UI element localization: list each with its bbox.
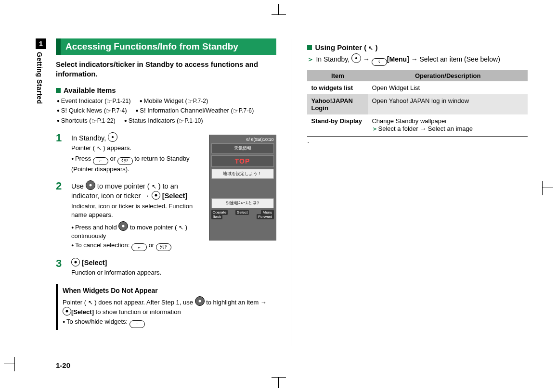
available-items-heading: Available Items — [56, 86, 276, 94]
step-2: 2 Use to move pointer ( ↖ ) to an indica… — [56, 180, 200, 251]
phone-widget-brand: TOP — [211, 155, 274, 167]
center-key-icon — [71, 258, 80, 266]
select-label: [Select] — [71, 308, 94, 316]
step-subtext: Indicator, icon or ticker is selected. F… — [71, 202, 200, 219]
note-title: When Widgets Do Not Appear — [63, 286, 276, 296]
step-note: To cancel selection: ⌐ or ｸﾘｱ — [71, 241, 200, 252]
step-text: In Standby, — [71, 134, 108, 142]
table-row: Yahoo!JAPAN Login Open Yahoo! JAPAN log … — [307, 94, 528, 114]
note-text: to show function or information — [96, 308, 181, 316]
step-subtext: Function or information appears. — [71, 268, 200, 277]
crop-mark — [278, 4, 279, 14]
column-divider — [292, 38, 292, 346]
step-note: Press ⌐ or ｸﾘｱ to return to Standby (Poi… — [71, 154, 200, 174]
note-text: or — [149, 241, 156, 249]
section-number: 1 — [36, 38, 46, 49]
heading-title: Accessing Functions/Info from Standby — [56, 38, 276, 55]
list-item: Status Indicators (☞P.1-10) — [124, 116, 203, 126]
step-number: 3 — [56, 258, 66, 277]
end-key-icon: ⌐ — [130, 320, 145, 328]
multi-selector-dark-icon — [86, 180, 95, 190]
multi-selector-icon — [351, 53, 361, 63]
end-key-icon: ⌐ — [93, 157, 108, 165]
clear-key-icon: ｸﾘｱ — [117, 157, 133, 165]
page: 1 Getting Started Accessing Functions/In… — [29, 38, 530, 366]
section-tab: 1 Getting Started — [36, 38, 46, 115]
crop-mark — [4, 364, 14, 364]
select-label: [Select] — [162, 192, 187, 200]
available-items-list: Event Indicator (☞P.1-21) Mobile Widget … — [57, 96, 276, 126]
pointer-cursor-icon: ↖ — [368, 45, 373, 51]
table-cell-op: Open Widget List — [368, 81, 528, 94]
op-sub-text: Select a folder → Select an image — [378, 125, 473, 132]
table-cell-item: Yahoo!JAPAN Login — [307, 94, 368, 114]
list-item: Event Indicator (☞P.1-21) — [57, 96, 131, 106]
section-label: Getting Started — [36, 52, 43, 104]
crop-mark — [272, 377, 286, 378]
note-text: or — [110, 155, 117, 162]
table-cell-op: Change Standby wallpaper ＞Select a folde… — [368, 114, 528, 137]
xref: P.1-21 — [112, 98, 129, 104]
op-text: Change Standby wallpaper — [372, 117, 447, 125]
table-row: to widgets list Open Widget List — [307, 81, 528, 94]
phone-softkeys: Operate Back Select Menu Forward — [211, 210, 274, 219]
step-number: 2 — [56, 180, 66, 251]
ref-hand-icon: ☞ — [233, 106, 239, 116]
crop-mark — [542, 181, 543, 195]
chevron-icon: ＞ — [307, 55, 314, 63]
crop-mark — [278, 378, 279, 388]
table-head-op: Operation/Description — [368, 70, 528, 81]
center-key-icon — [152, 191, 160, 200]
trailing-period: . — [307, 138, 528, 144]
ref-hand-icon: ☞ — [106, 106, 112, 116]
table-cell-op: Open Yahoo! JAPAN log in window — [368, 94, 528, 114]
intro-text: In Standby, — [316, 55, 351, 63]
step-notes: Press and hold to move pointer ( ↖ ) con… — [71, 221, 200, 251]
step-body: In Standby, Pointer ( ↖ ) appears. Press… — [71, 132, 200, 174]
step-text: Use — [71, 182, 86, 190]
crop-mark — [543, 188, 553, 188]
step-number: 1 — [56, 132, 66, 174]
multi-selector-dark-icon — [195, 296, 205, 306]
note-line: ● To show/hide widgets: ⌐ — [63, 317, 276, 328]
table-cell-item: Stand-by Display — [307, 114, 368, 137]
step-note: Press and hold to move pointer ( ↖ ) con… — [71, 221, 200, 240]
end-key-icon: ⌐ — [131, 243, 147, 251]
crop-mark — [14, 357, 15, 371]
list-item: S! Information Channel/Weather (☞P.7-6) — [136, 106, 254, 116]
note-line: Pointer ( ↖ ) does not appear. After Ste… — [63, 296, 276, 316]
xref: P.1-22 — [97, 117, 114, 124]
chevron-icon: ＞ — [372, 125, 378, 132]
xref: P.7-4 — [112, 107, 125, 114]
ref-hand-icon: ☞ — [179, 116, 184, 126]
available-items-label: Available Items — [64, 86, 116, 94]
table-head-item: Item — [307, 70, 368, 81]
softkey-select: Select — [235, 210, 249, 215]
multi-selector-icon — [108, 132, 117, 142]
xref: P.7-2 — [193, 98, 206, 104]
ref-hand-icon: ☞ — [91, 116, 97, 126]
menu-label: [Menu] — [387, 55, 409, 63]
right-column: Using Pointer ( ↖ ) ＞ In Standby, → ⤹[Me… — [307, 38, 528, 346]
multi-selector-dark-icon — [118, 221, 128, 231]
phone-screenshot: 6/ 6(Sat)10:10 天気情報 TOP 地域を設定しよう！ S!速報ﾆｭ… — [209, 135, 276, 240]
note-text: Press — [75, 155, 93, 162]
pointer-cursor-icon: ↖ — [97, 145, 102, 152]
crop-mark — [272, 14, 286, 15]
pointer-cursor-icon: ↖ — [152, 183, 156, 190]
bullet-square-icon — [307, 45, 312, 50]
softkey-forward: Forward — [257, 214, 273, 219]
step-3: 3 [Select] Function or information appea… — [56, 258, 200, 277]
clear-key-icon: ｸﾘｱ — [156, 243, 171, 251]
step-body: Use to move pointer ( ↖ ) to an indicato… — [71, 180, 200, 251]
operation-table: Item Operation/Description to widgets li… — [307, 70, 528, 137]
bullet-square-icon — [56, 88, 61, 93]
note-text: To show/hide widgets: — [66, 318, 130, 325]
phone-widget-news: S!速報ﾆｭｰｽとは? — [211, 198, 274, 208]
list-item: Shortcuts (☞P.1-22) — [57, 116, 116, 126]
using-pointer-intro: ＞ In Standby, → ⤹[Menu] → Select an item… — [307, 53, 528, 66]
ref-hand-icon: ☞ — [187, 97, 193, 106]
xref: P.1-10 — [184, 117, 201, 124]
softkey-back: Back — [211, 214, 223, 219]
xref: P.7-6 — [239, 107, 252, 114]
